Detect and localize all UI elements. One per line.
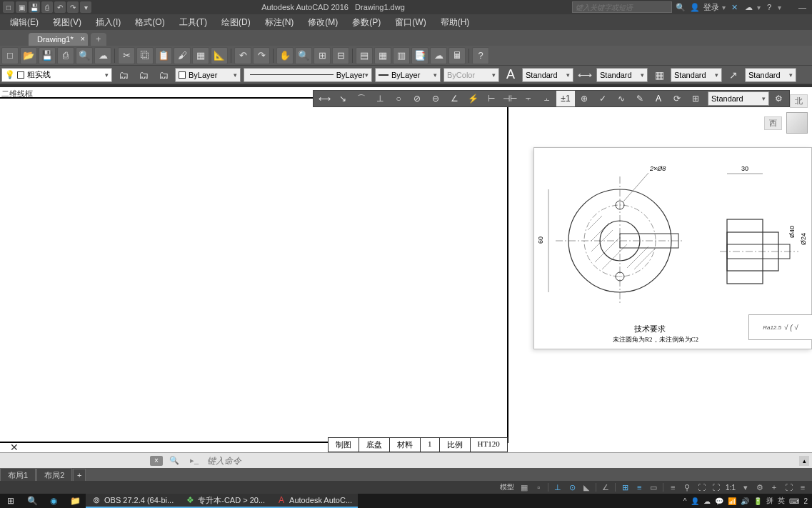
new-tab-button[interactable]: + bbox=[91, 33, 106, 46]
dim-override-icon[interactable]: ⊞ bbox=[686, 91, 705, 106]
help-toolbar-icon[interactable]: ? bbox=[472, 47, 489, 64]
status-cycle-icon[interactable]: ≡ bbox=[666, 482, 679, 493]
status-plus-icon[interactable]: + bbox=[768, 482, 781, 493]
menu-format[interactable]: 格式(O) bbox=[128, 14, 171, 30]
status-dyn-icon[interactable]: ⛶ bbox=[709, 482, 722, 493]
qat-open-icon[interactable]: ▣ bbox=[16, 1, 27, 13]
search-icon[interactable]: 🔍 bbox=[675, 1, 686, 13]
dim-angular-icon[interactable]: ∠ bbox=[445, 91, 463, 106]
tray-volume-icon[interactable]: 🔊 bbox=[741, 497, 749, 505]
menu-draw[interactable]: 绘图(D) bbox=[214, 14, 258, 30]
status-grid-icon[interactable]: ▦ bbox=[518, 482, 531, 493]
menu-parametric[interactable]: 参数(P) bbox=[345, 14, 388, 30]
dim-radius-icon[interactable]: ○ bbox=[389, 91, 408, 106]
status-user-icon[interactable]: ⚲ bbox=[681, 482, 693, 493]
menu-view[interactable]: 视图(V) bbox=[46, 14, 89, 30]
properties-icon[interactable]: ▤ bbox=[356, 47, 373, 64]
dim-space-icon[interactable]: ⫟ bbox=[519, 91, 538, 106]
command-input[interactable] bbox=[204, 456, 799, 466]
layout-tab-add[interactable]: + bbox=[73, 469, 86, 482]
qat-undo-icon[interactable]: ↶ bbox=[54, 1, 66, 13]
status-model[interactable]: 模型 bbox=[498, 482, 516, 492]
dim-diameter-icon[interactable]: ⊖ bbox=[426, 91, 445, 106]
tray-time[interactable]: 2 bbox=[803, 497, 808, 505]
account-icon[interactable]: 👤 bbox=[689, 1, 701, 13]
block-icon[interactable]: ▦ bbox=[192, 47, 209, 64]
login-dropdown-icon[interactable]: ▾ bbox=[722, 4, 726, 11]
qat-redo-icon[interactable]: ↷ bbox=[67, 1, 79, 13]
view-cube[interactable] bbox=[786, 112, 808, 134]
cmd-close-icon[interactable]: × bbox=[150, 456, 163, 466]
qat-new-icon[interactable]: □ bbox=[3, 1, 14, 13]
sheets-icon[interactable]: 📑 bbox=[411, 47, 428, 64]
linetype-dropdown[interactable]: ByLayer▾ bbox=[244, 68, 372, 82]
status-otrack-icon[interactable]: ⊞ bbox=[618, 482, 631, 493]
dim-edit-icon[interactable]: ✎ bbox=[631, 91, 649, 106]
mleader-style-icon[interactable]: ↗ bbox=[725, 67, 742, 83]
zoom-icon[interactable]: 🔍 bbox=[295, 47, 312, 64]
status-snap-icon[interactable]: ▫ bbox=[532, 482, 545, 493]
login-label[interactable]: 登录 bbox=[703, 2, 719, 13]
help-search-input[interactable] bbox=[572, 1, 672, 13]
mleader-style-dropdown[interactable]: Standard▾ bbox=[745, 68, 796, 82]
preview-icon[interactable]: 🔍 bbox=[76, 47, 93, 64]
taskbar-autocad[interactable]: AAutodesk AutoC... bbox=[271, 494, 358, 508]
menu-tools[interactable]: 工具(T) bbox=[172, 14, 214, 30]
status-scale-dd-icon[interactable]: ▾ bbox=[739, 482, 752, 493]
cut-icon[interactable]: ✂ bbox=[118, 47, 135, 64]
menu-help[interactable]: 帮助(H) bbox=[433, 14, 477, 30]
status-iso-icon[interactable]: ◣ bbox=[580, 482, 593, 493]
taskbar-start[interactable]: ⊞ bbox=[0, 494, 21, 508]
text-style-icon[interactable]: A bbox=[502, 67, 519, 83]
dim-update-icon[interactable]: ⟳ bbox=[668, 91, 686, 106]
taskbar-explorer[interactable]: 📁 bbox=[64, 494, 86, 508]
tray-ime1[interactable]: 拼 bbox=[766, 496, 773, 506]
new-icon[interactable]: □ bbox=[1, 47, 19, 64]
measure-icon[interactable]: 📐 bbox=[211, 47, 228, 64]
dim-style-combo[interactable]: Standard▾ bbox=[708, 91, 769, 106]
taskbar-cad-doc[interactable]: ❖专升本-CAD > 20... bbox=[179, 494, 271, 508]
menu-modify[interactable]: 修改(M) bbox=[301, 14, 345, 30]
nav-north[interactable]: 北 bbox=[790, 94, 808, 108]
pan-icon[interactable]: ✋ bbox=[276, 47, 294, 64]
dimension-toolbar[interactable]: ⟷ ↘ ⌒ ⊥ ○ ⊘ ⊖ ∠ ⚡ ⊢ ⊣⊢ ⫟ ⫠ ±1 ⊕ ✓ ∿ ✎ A … bbox=[313, 90, 790, 107]
status-transp-icon[interactable]: ▭ bbox=[647, 482, 660, 493]
dim-continue-icon[interactable]: ⊣⊢ bbox=[501, 91, 519, 106]
calc-icon[interactable]: 🖩 bbox=[448, 47, 466, 64]
dim-aligned-icon[interactable]: ↘ bbox=[334, 91, 352, 106]
layer-iso-icon[interactable]: 🗂 bbox=[135, 67, 152, 83]
dim-baseline-icon[interactable]: ⊢ bbox=[482, 91, 501, 106]
dim-textedit-icon[interactable]: A bbox=[649, 91, 668, 106]
toolpal-icon[interactable]: ▥ bbox=[393, 47, 410, 64]
menu-edit[interactable]: 编辑(E) bbox=[3, 14, 46, 30]
close-tab-icon[interactable]: × bbox=[81, 35, 85, 43]
dim-center-icon[interactable]: ⊕ bbox=[575, 91, 593, 106]
status-polar-icon[interactable]: ⊙ bbox=[566, 482, 578, 493]
tray-wechat-icon[interactable]: 💬 bbox=[715, 497, 723, 505]
undo-icon[interactable]: ↶ bbox=[234, 47, 251, 64]
drawing-canvas[interactable]: 二维线框 ✕ 北 西 bbox=[0, 87, 812, 452]
cmd-history-icon[interactable]: ▴ bbox=[799, 456, 809, 466]
document-tab[interactable]: Drawing1* × bbox=[29, 33, 88, 46]
taskbar-edge[interactable]: ◉ bbox=[43, 494, 64, 508]
zoom-prev-icon[interactable]: ⊟ bbox=[332, 47, 349, 64]
status-custom-icon[interactable]: ≡ bbox=[796, 482, 809, 493]
copy-icon[interactable]: ⿻ bbox=[136, 47, 154, 64]
lineweight-dropdown[interactable]: ByLayer▾ bbox=[375, 68, 441, 82]
cloud-icon[interactable]: ☁ bbox=[743, 1, 754, 13]
plotstyle-dropdown[interactable]: ByColor▾ bbox=[443, 68, 499, 82]
help-icon[interactable]: ? bbox=[763, 1, 775, 13]
exchange-icon[interactable]: ✕ bbox=[728, 1, 740, 13]
dim-jog-icon[interactable]: ∿ bbox=[612, 91, 631, 106]
dim-styles-icon[interactable]: ⚙ bbox=[769, 91, 788, 106]
command-line[interactable]: × 🔍 ▸_ ▴ bbox=[0, 452, 812, 468]
text-style-dropdown[interactable]: Standard▾ bbox=[522, 68, 573, 82]
match-icon[interactable]: 🖌 bbox=[174, 47, 191, 64]
tray-keyboard-icon[interactable]: ⌨ bbox=[789, 497, 799, 505]
qat-print-icon[interactable]: ⎙ bbox=[41, 1, 53, 13]
qat-save-icon[interactable]: 💾 bbox=[29, 1, 40, 13]
menu-window[interactable]: 窗口(W) bbox=[388, 14, 433, 30]
menu-insert[interactable]: 插入(I) bbox=[89, 14, 128, 30]
nav-west[interactable]: 西 bbox=[764, 116, 782, 130]
tray-cloud-icon[interactable]: ☁ bbox=[703, 497, 711, 505]
